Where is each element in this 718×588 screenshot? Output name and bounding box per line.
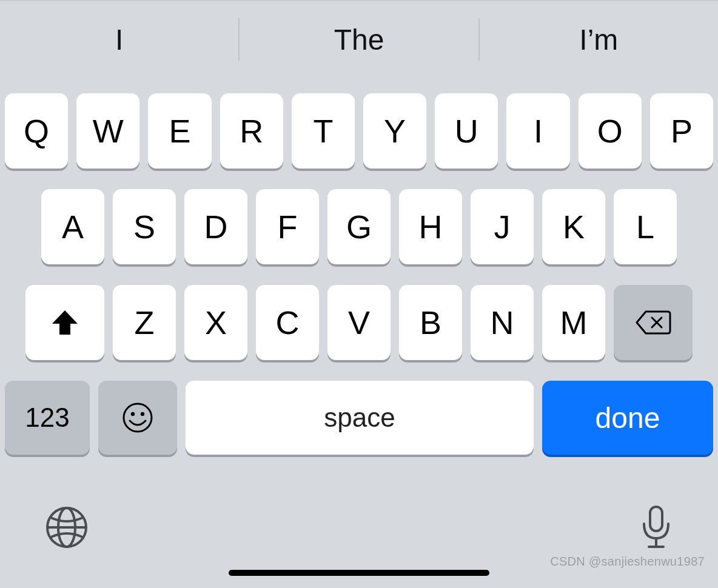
key-e[interactable]: E xyxy=(148,93,211,169)
svg-point-1 xyxy=(131,412,135,416)
emoji-key[interactable] xyxy=(98,381,177,455)
key-h[interactable]: H xyxy=(399,189,462,264)
key-row-1: Q W E R T Y U I O P xyxy=(5,93,713,169)
space-key[interactable]: space xyxy=(186,381,534,455)
key-g[interactable]: G xyxy=(327,189,391,264)
key-i[interactable]: I xyxy=(506,93,569,169)
svg-point-2 xyxy=(141,412,144,416)
key-l[interactable]: L xyxy=(614,189,677,264)
shift-icon xyxy=(51,309,79,336)
suggestion-bar: I The I’m xyxy=(0,1,718,78)
suggestion-2[interactable]: The xyxy=(240,23,478,56)
svg-point-0 xyxy=(124,404,152,432)
key-x[interactable]: X xyxy=(184,285,247,360)
key-w[interactable]: W xyxy=(76,93,139,169)
key-r[interactable]: R xyxy=(220,93,283,169)
key-j[interactable]: J xyxy=(471,189,534,264)
bottom-row xyxy=(44,503,674,552)
microphone-icon[interactable] xyxy=(638,503,674,552)
key-a[interactable]: A xyxy=(41,189,104,264)
key-row-4: 123 space done xyxy=(5,381,713,455)
key-p[interactable]: P xyxy=(650,93,713,169)
shift-key[interactable] xyxy=(25,285,104,360)
key-v[interactable]: V xyxy=(327,285,391,360)
key-o[interactable]: O xyxy=(579,93,642,169)
suggestion-3[interactable]: I’m xyxy=(480,23,718,56)
svg-rect-6 xyxy=(650,507,662,531)
key-row-2: A S D F G H J K L xyxy=(5,189,713,264)
globe-icon[interactable] xyxy=(44,504,90,550)
key-row-3: Z X C V B N M xyxy=(5,285,713,360)
watermark-text: CSDN @sanjieshenwu1987 xyxy=(550,555,705,569)
key-m[interactable]: M xyxy=(542,285,605,360)
suggestion-1[interactable]: I xyxy=(0,23,238,56)
key-t[interactable]: T xyxy=(292,93,355,169)
backspace-key[interactable] xyxy=(614,285,693,360)
keys-area: Q W E R T Y U I O P A S D F G H J K L xyxy=(5,93,713,455)
done-key[interactable]: done xyxy=(542,381,713,455)
emoji-icon xyxy=(121,401,154,434)
key-z[interactable]: Z xyxy=(113,285,176,360)
key-c[interactable]: C xyxy=(256,285,319,360)
key-s[interactable]: S xyxy=(113,189,176,264)
key-n[interactable]: N xyxy=(471,285,534,360)
key-b[interactable]: B xyxy=(399,285,462,360)
numbers-key[interactable]: 123 xyxy=(5,381,90,455)
home-indicator[interactable] xyxy=(229,570,489,576)
key-d[interactable]: D xyxy=(184,189,247,264)
key-q[interactable]: Q xyxy=(5,93,68,169)
key-f[interactable]: F xyxy=(256,189,319,264)
backspace-icon xyxy=(635,309,671,336)
key-u[interactable]: U xyxy=(435,93,498,169)
ios-keyboard: I The I’m Q W E R T Y U I O P A S D F G … xyxy=(0,0,718,588)
key-y[interactable]: Y xyxy=(363,93,426,169)
key-k[interactable]: K xyxy=(542,189,605,264)
